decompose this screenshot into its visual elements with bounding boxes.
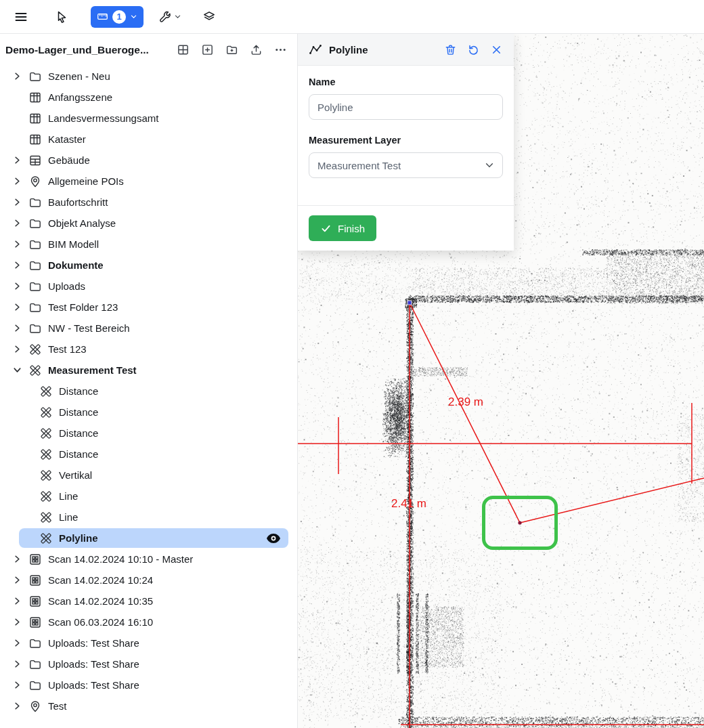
tree-item[interactable]: Scan 14.02.2024 10:35 xyxy=(0,591,297,612)
tree-item[interactable]: Scan 06.03.2024 16:10 xyxy=(0,612,297,633)
tree-item-label: Dokumente xyxy=(48,259,104,271)
reset-icon[interactable] xyxy=(467,43,480,56)
layers-icon[interactable] xyxy=(198,5,221,28)
chevron-right-icon[interactable] xyxy=(12,617,28,628)
tool-count-badge: 1 xyxy=(112,10,126,24)
tree-item[interactable]: Polyline xyxy=(0,528,297,549)
chevron-right-icon[interactable] xyxy=(12,71,28,82)
tree-item-label: Landesvermessungsamt xyxy=(48,112,158,124)
tree-indent xyxy=(23,533,39,544)
tree-item[interactable]: Uploads xyxy=(0,276,297,297)
tree-item[interactable]: Test 123 xyxy=(0,339,297,360)
chevron-right-icon[interactable] xyxy=(12,596,28,607)
scan-icon xyxy=(28,616,42,629)
tree-item[interactable]: Uploads: Test Share xyxy=(0,654,297,675)
tree-item[interactable]: Uploads: Test Share xyxy=(0,633,297,654)
folder-icon xyxy=(28,322,42,335)
chevron-right-icon[interactable] xyxy=(12,344,28,355)
chevron-right-icon[interactable] xyxy=(12,218,28,229)
upload-icon[interactable] xyxy=(250,43,263,56)
tree-item[interactable]: BIM Modell xyxy=(0,234,297,255)
close-icon[interactable] xyxy=(490,43,503,56)
tree-item[interactable]: Gebäude xyxy=(0,150,297,171)
scan-icon xyxy=(28,553,42,566)
tree-item[interactable]: Objekt Analyse xyxy=(0,213,297,234)
pointer-tool-icon[interactable] xyxy=(50,5,73,28)
add-item-icon[interactable] xyxy=(201,43,214,56)
tree-item[interactable]: Kataster xyxy=(0,129,297,150)
tree-item[interactable]: Uploads: Test Share xyxy=(0,675,297,695)
measure-icon xyxy=(28,364,42,377)
polyline-panel: Polyline Name Measurement Layer Measurem… xyxy=(298,34,514,251)
chevron-right-icon[interactable] xyxy=(12,701,28,712)
point-cloud-viewport[interactable]: 2.39 m 2.41 m Polyline Name Measurement … xyxy=(298,34,704,728)
chevron-right-icon[interactable] xyxy=(12,659,28,670)
tools-dropdown[interactable] xyxy=(158,10,181,24)
building-icon xyxy=(28,154,42,167)
tree-item-label: Anfangsszene xyxy=(48,91,112,103)
tree-item[interactable]: Landesvermessungsamt xyxy=(0,108,297,129)
tree-item[interactable]: Scan 14.02.2024 10:10 - Master xyxy=(0,549,297,570)
tree-item-label: Distance xyxy=(59,427,98,439)
tree-item[interactable]: Line xyxy=(0,507,297,528)
folder-icon xyxy=(28,259,42,272)
panel-title: Polyline xyxy=(329,44,434,56)
measure-tool-button[interactable]: 1 xyxy=(91,6,144,28)
visibility-icon[interactable] xyxy=(266,533,281,544)
tree-item[interactable]: Distance xyxy=(0,402,297,423)
chevron-down-icon[interactable] xyxy=(12,365,28,376)
tree-item[interactable]: Line xyxy=(0,486,297,507)
tree-item[interactable]: NW - Test Bereich xyxy=(0,318,297,339)
layer-label: Measurement Layer xyxy=(309,135,503,146)
chevron-right-icon[interactable] xyxy=(12,239,28,250)
tree-item[interactable]: Test xyxy=(0,695,297,716)
tree-indent xyxy=(23,407,39,418)
more-options-icon[interactable] xyxy=(274,43,287,56)
tree-item[interactable]: Distance xyxy=(0,423,297,444)
chevron-right-icon[interactable] xyxy=(12,323,28,334)
measurement-label: 2.39 m xyxy=(448,395,483,409)
delete-icon[interactable] xyxy=(444,43,457,56)
tree-item-label: Szenen - Neu xyxy=(48,70,110,82)
tree-item[interactable]: Baufortschritt xyxy=(0,192,297,213)
chevron-right-icon[interactable] xyxy=(12,638,28,649)
tree-item[interactable]: Anfangsszene xyxy=(0,87,297,108)
scan-icon xyxy=(28,595,42,608)
tree-item[interactable]: Distance xyxy=(0,444,297,465)
chevron-right-icon[interactable] xyxy=(12,155,28,166)
tree-item-label: Allgemeine POIs xyxy=(48,175,124,187)
chevron-right-icon[interactable] xyxy=(12,554,28,565)
tree-item[interactable]: Szenen - Neu xyxy=(0,66,297,87)
chevron-right-icon[interactable] xyxy=(12,197,28,208)
tree-item[interactable]: Dokumente xyxy=(0,255,297,276)
tree-item-label: Test Folder 123 xyxy=(48,301,118,313)
finish-button[interactable]: Finish xyxy=(309,215,376,241)
selection-highlight xyxy=(482,496,558,550)
poi-icon xyxy=(28,175,42,188)
layer-select-value: Measurement Test xyxy=(317,160,401,171)
name-input[interactable] xyxy=(309,94,503,120)
wrench-icon xyxy=(158,10,172,24)
tree-item[interactable]: Vertikal xyxy=(0,465,297,486)
add-folder-icon[interactable] xyxy=(225,43,238,56)
tree-item[interactable]: Distance xyxy=(0,381,297,402)
chevron-right-icon[interactable] xyxy=(12,302,28,313)
folder-icon xyxy=(28,637,42,650)
layer-select[interactable]: Measurement Test xyxy=(309,152,503,178)
tree-item[interactable]: Allgemeine POIs xyxy=(0,171,297,192)
layout-grid-icon[interactable] xyxy=(177,43,190,56)
tree-item-label: Measurement Test xyxy=(48,364,137,376)
tree-item-label: Scan 14.02.2024 10:24 xyxy=(48,574,153,586)
tree-item[interactable]: Measurement Test xyxy=(0,360,297,381)
measure-icon xyxy=(39,406,53,419)
chevron-right-icon[interactable] xyxy=(12,575,28,586)
tree-item[interactable]: Test Folder 123 xyxy=(0,297,297,318)
chevron-right-icon[interactable] xyxy=(12,281,28,292)
tree-item-label: Scan 14.02.2024 10:35 xyxy=(48,595,153,607)
tree-item[interactable]: Scan 14.02.2024 10:24 xyxy=(0,570,297,591)
chevron-right-icon[interactable] xyxy=(12,260,28,271)
chevron-right-icon[interactable] xyxy=(12,680,28,691)
check-icon xyxy=(320,223,332,234)
hamburger-menu-icon[interactable] xyxy=(9,5,32,28)
chevron-right-icon[interactable] xyxy=(12,176,28,187)
